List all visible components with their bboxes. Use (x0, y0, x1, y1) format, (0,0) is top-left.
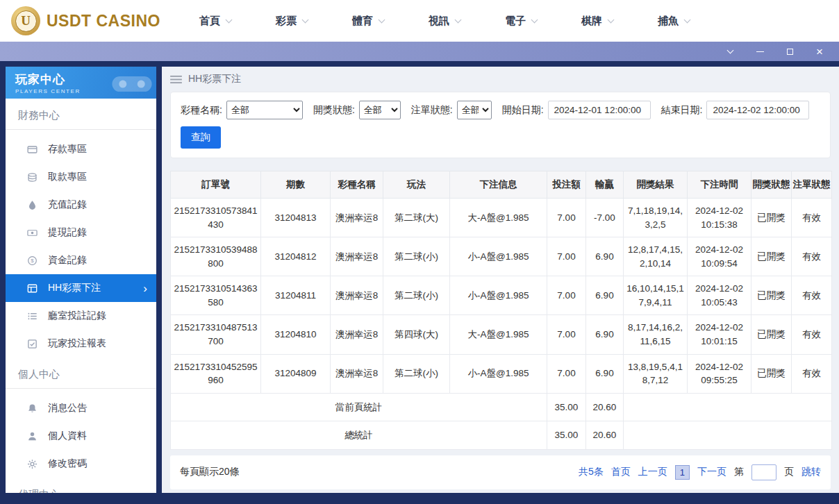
sidebar-item-label: 個人資料 (48, 430, 87, 442)
order-status-select[interactable]: 全部 (457, 101, 492, 119)
table-cell: 7.00 (547, 354, 586, 393)
table-cell: 31204812 (261, 237, 331, 276)
window-close-button[interactable]: × (814, 46, 825, 57)
column-header: 彩種名稱 (331, 171, 383, 199)
column-header: 注單狀態 (792, 171, 832, 199)
sidebar-item-label: HH彩票下注 (48, 282, 101, 294)
table-cell: 31204809 (261, 354, 331, 393)
table-cell: 有效 (792, 199, 832, 237)
table-cell: 7.00 (547, 199, 586, 237)
sidebar-item-label: 存款專區 (48, 143, 87, 156)
table-cell: 澳洲幸运8 (331, 354, 383, 393)
table-cell: 6.90 (586, 354, 624, 393)
window-collapse-button[interactable] (724, 46, 736, 57)
start-date-label: 開始日期: (502, 104, 544, 117)
nav-item-video[interactable]: 視訊 (429, 15, 460, 28)
window-minimize-button[interactable] (754, 46, 765, 57)
table-cell: 2152173310514363580 (171, 276, 261, 315)
table-row: 215217331053948880031204812澳洲幸运8第二球(小)小-… (171, 237, 832, 276)
search-button[interactable]: 查詢 (181, 126, 221, 149)
table-cell: 6.90 (586, 315, 624, 354)
sidebar-item-withdraw[interactable]: 取款專區 (6, 163, 156, 191)
table-cell: 2024-12-02 10:01:15 (688, 315, 751, 354)
table-cell: 澳洲幸运8 (331, 315, 383, 354)
start-date-input[interactable] (548, 101, 651, 119)
nav-label: 捕魚 (658, 15, 679, 28)
nav-item-lottery[interactable]: 彩票 (276, 15, 308, 28)
draw-status-select[interactable]: 全部 (359, 101, 401, 119)
next-page-link[interactable]: 下一页 (697, 466, 726, 478)
maximize-icon (787, 49, 793, 55)
sidebar-item-change-password[interactable]: 修改密碼 (6, 450, 156, 478)
nav-item-home[interactable]: 首頁 (199, 15, 231, 28)
sidebar-item-profile[interactable]: 個人資料 (6, 422, 156, 450)
table-cell: 已開獎 (751, 354, 792, 393)
table-cell: 31204810 (261, 315, 331, 354)
table-cell: 澳洲幸运8 (331, 199, 383, 237)
jump-prefix-label: 第 (734, 466, 744, 478)
sidebar-title: 玩家中心 (15, 72, 81, 87)
table-cell: 2152173310573841430 (171, 199, 261, 237)
prev-page-link[interactable]: 上一页 (638, 466, 667, 478)
table-cell: 2024-12-02 10:09:54 (688, 237, 751, 276)
summary-bet-total: 35.00 (547, 393, 586, 421)
end-date-input[interactable] (706, 101, 809, 119)
funds-icon: $ (26, 255, 38, 266)
section-title-agent: 代理中心 (6, 478, 156, 493)
nav-item-cards[interactable]: 棋牌 (581, 15, 613, 28)
sidebar-item-deposit[interactable]: 存款專區 (6, 135, 156, 163)
hamburger-icon[interactable] (170, 75, 182, 84)
top-header: U USDT CASINO 首頁 彩票 體育 視訊 電子 棋牌 捕魚 (0, 0, 839, 42)
nav-item-slots[interactable]: 電子 (505, 15, 537, 28)
table-row: 215217331048751370031204810澳洲幸运8第四球(大)大-… (171, 315, 832, 354)
brand-name: USDT CASINO (47, 12, 160, 31)
draw-status-label: 開獎狀態: (313, 104, 355, 117)
summary-tbody: 當前頁統計 35.00 20.60 總統計 35.00 20.60 (171, 393, 832, 449)
sidebar-item-hh-lottery-bets[interactable]: HH彩票下注 › (6, 274, 156, 302)
usdt-logo-icon: U (11, 6, 40, 35)
deposit-icon (26, 144, 38, 155)
nav-item-fishing[interactable]: 捕魚 (658, 15, 690, 28)
summary-empty-cell (624, 421, 832, 450)
table-cell: 有效 (792, 276, 832, 315)
window-maximize-button[interactable] (784, 46, 795, 57)
players-center-banner: 玩家中心 PLAYERS CENTER (6, 67, 156, 99)
nav-label: 體育 (352, 15, 373, 28)
window-titlebar: × (0, 42, 839, 61)
chevron-down-icon (726, 47, 733, 54)
jump-page-input[interactable] (751, 464, 776, 480)
column-header: 輸贏 (586, 171, 624, 199)
sidebar-item-announcements[interactable]: 消息公告 (6, 394, 156, 422)
lottery-icon (26, 283, 38, 294)
jump-button[interactable]: 跳转 (801, 466, 821, 478)
current-page-badge[interactable]: 1 (675, 465, 690, 480)
sidebar-item-cashout-records[interactable]: 提現記錄 (6, 219, 156, 246)
top-nav: 首頁 彩票 體育 視訊 電子 棋牌 捕魚 (199, 15, 690, 28)
summary-row-current-page: 當前頁統計 35.00 20.60 (171, 393, 832, 421)
column-header: 下注時間 (688, 171, 751, 199)
table-cell: 第二球(小) (383, 276, 450, 315)
sidebar-item-recharge-records[interactable]: 充值記錄 (6, 191, 156, 219)
end-date-label: 結束日期: (661, 104, 703, 117)
sidebar-item-funds-records[interactable]: $ 資金記錄 (6, 246, 156, 274)
lottery-name-label: 彩種名稱: (181, 104, 222, 117)
sidebar-item-label: 提現記錄 (48, 226, 87, 239)
withdraw-icon (26, 172, 38, 183)
table-cell: 7,1,18,19,14,3,2,5 (624, 199, 688, 237)
filter-row: 彩種名稱: 全部 開獎狀態: 全部 注單狀態: 全部 開始日期: (181, 101, 820, 119)
nav-item-sports[interactable]: 體育 (352, 15, 384, 28)
brand-logo[interactable]: U USDT CASINO (11, 6, 160, 35)
sidebar-item-label: 玩家投注報表 (48, 337, 106, 350)
table-cell: 已開獎 (751, 237, 792, 276)
column-header: 玩法 (383, 171, 450, 199)
table-cell: 第二球(小) (383, 354, 450, 393)
sidebar-item-player-bet-report[interactable]: 玩家投注報表 (6, 330, 156, 358)
minimize-icon (756, 51, 764, 52)
pagination-bar: 每頁顯示20條 共5条 首页 上一页 1 下一页 第 页 跳转 (170, 455, 831, 489)
lottery-name-select[interactable]: 全部 (226, 101, 303, 119)
sidebar-item-hall-bet-records[interactable]: 廳室投註記錄 (6, 302, 156, 330)
table-cell: 第二球(大) (383, 199, 450, 237)
table-cell: 大-A盤@1.985 (450, 315, 547, 354)
first-page-link[interactable]: 首页 (611, 466, 631, 478)
logo-letter: U (15, 10, 37, 32)
